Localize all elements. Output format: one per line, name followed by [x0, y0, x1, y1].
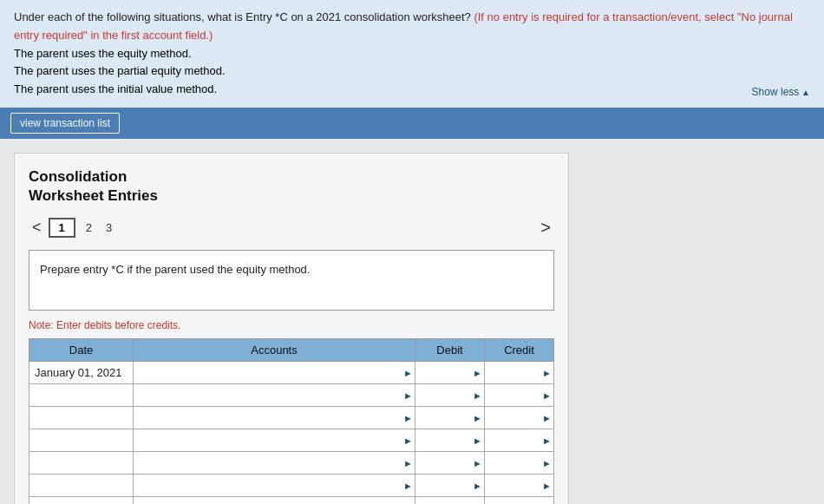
method-line-3: The parent uses the initial value method… [14, 81, 810, 99]
account-arrow-1[interactable]: ► [402, 390, 415, 401]
credit-cell-4[interactable]: ► [485, 452, 554, 475]
date-cell-0: January 01, 2021 [29, 362, 134, 384]
toolbar: view transaction list [0, 108, 824, 139]
worksheet-card: Consolidation Worksheet Entries < 1 2 3 … [14, 153, 569, 504]
credit-cell-2[interactable]: ► [485, 407, 554, 429]
debit-arrow-2[interactable]: ► [471, 413, 484, 423]
account-cell-1[interactable]: ► [134, 384, 415, 407]
debit-arrow-3[interactable]: ► [471, 435, 484, 446]
debit-arrow-5[interactable]: ► [471, 481, 484, 491]
main-container: Consolidation Worksheet Entries < 1 2 3 … [0, 139, 824, 504]
date-cell-1 [29, 384, 134, 407]
entry-table: Date Accounts Debit Credit January 01, 2… [29, 338, 554, 504]
credit-input-4[interactable] [485, 455, 540, 471]
account-input-0[interactable] [134, 364, 402, 381]
date-cell-6 [29, 497, 134, 504]
instruction-text: Prepare entry *C if the parent used the … [40, 263, 310, 276]
date-cell-3 [29, 429, 134, 452]
instruction-box: Prepare entry *C if the parent used the … [29, 250, 554, 311]
credit-cell-0[interactable]: ► [485, 362, 554, 384]
debit-cell-0[interactable]: ► [415, 362, 485, 384]
table-row: ► ► ► [29, 429, 554, 452]
debit-arrow-1[interactable]: ► [471, 390, 484, 401]
credit-input-2[interactable] [485, 409, 540, 426]
credit-arrow-0[interactable]: ► [540, 368, 553, 378]
credit-arrow-2[interactable]: ► [540, 413, 553, 423]
debit-cell-2[interactable]: ► [415, 407, 485, 429]
debit-cell-1[interactable]: ► [415, 384, 485, 407]
date-cell-2 [29, 407, 134, 429]
debit-input-4[interactable] [415, 455, 471, 471]
credit-arrow-5[interactable]: ► [540, 481, 553, 491]
debit-input-3[interactable] [415, 432, 471, 448]
account-cell-6[interactable]: ► [134, 497, 415, 504]
account-cell-0[interactable]: ► [134, 362, 415, 384]
debit-input-6[interactable] [415, 500, 471, 504]
table-row: ► ► ► [29, 475, 554, 497]
view-transaction-button[interactable]: view transaction list [10, 113, 120, 134]
debit-cell-3[interactable]: ► [415, 429, 485, 452]
credit-input-1[interactable] [485, 387, 540, 403]
account-input-6[interactable] [134, 500, 402, 504]
col-header-credit: Credit [485, 339, 554, 362]
account-cell-5[interactable]: ► [134, 475, 415, 497]
card-title-line1: Consolidation [29, 167, 554, 187]
debit-input-1[interactable] [415, 387, 471, 403]
card-title-line2: Worksheet Entries [29, 187, 554, 206]
credit-input-6[interactable] [485, 500, 540, 504]
account-input-1[interactable] [134, 387, 402, 403]
debit-cell-6[interactable]: ► [415, 497, 485, 504]
credit-arrow-3[interactable]: ► [540, 435, 553, 446]
debit-arrow-4[interactable]: ► [471, 458, 484, 468]
question-text: Under each of the following situations, … [14, 9, 810, 45]
prev-page-button[interactable]: < [29, 219, 45, 237]
table-row: ► ► ► [29, 384, 554, 407]
credit-cell-5[interactable]: ► [485, 475, 554, 497]
pagination-row: < 1 2 3 > [29, 218, 554, 238]
account-arrow-3[interactable]: ► [402, 435, 415, 446]
page-2[interactable]: 2 [86, 221, 92, 234]
debit-input-2[interactable] [415, 409, 471, 426]
account-cell-2[interactable]: ► [134, 407, 415, 429]
debit-cell-4[interactable]: ► [415, 452, 485, 475]
debit-arrow-0[interactable]: ► [471, 368, 484, 378]
account-arrow-2[interactable]: ► [402, 413, 415, 423]
credit-cell-6[interactable]: ► [485, 497, 554, 504]
account-arrow-4[interactable]: ► [402, 458, 415, 468]
credit-arrow-4[interactable]: ► [540, 458, 553, 468]
top-banner: Under each of the following situations, … [0, 0, 824, 108]
page-3[interactable]: 3 [106, 221, 112, 234]
account-input-2[interactable] [134, 409, 402, 426]
col-header-debit: Debit [415, 339, 485, 362]
account-input-4[interactable] [134, 455, 402, 471]
account-arrow-5[interactable]: ► [402, 481, 415, 491]
page-1[interactable]: 1 [49, 218, 75, 238]
show-less-link[interactable]: Show less [752, 84, 810, 101]
credit-input-3[interactable] [485, 432, 540, 448]
note-text: Note: Enter debits before credits. [29, 319, 554, 331]
method-line-1: The parent uses the equity method. [14, 45, 810, 63]
card-title: Consolidation Worksheet Entries [29, 167, 554, 206]
date-cell-4 [29, 452, 134, 475]
credit-input-5[interactable] [485, 477, 540, 494]
credit-cell-1[interactable]: ► [485, 384, 554, 407]
debit-cell-5[interactable]: ► [415, 475, 485, 497]
debit-input-5[interactable] [415, 477, 471, 494]
credit-arrow-1[interactable]: ► [540, 390, 553, 401]
date-cell-5 [29, 475, 134, 497]
account-arrow-0[interactable]: ► [402, 368, 415, 378]
account-cell-4[interactable]: ► [134, 452, 415, 475]
method-line-2: The parent uses the partial equity metho… [14, 62, 810, 81]
question-main: Under each of the following situations, … [14, 10, 471, 23]
table-row: January 01, 2021 ► ► [29, 362, 554, 384]
next-page-button[interactable]: > [537, 218, 554, 238]
debit-input-0[interactable] [415, 364, 471, 381]
table-row: ► ► ► [29, 497, 554, 504]
credit-input-0[interactable] [485, 364, 540, 381]
credit-cell-3[interactable]: ► [485, 429, 554, 452]
account-input-3[interactable] [134, 432, 402, 448]
account-cell-3[interactable]: ► [134, 429, 415, 452]
account-input-5[interactable] [134, 477, 402, 494]
col-header-date: Date [29, 339, 134, 362]
table-row: ► ► ► [29, 452, 554, 475]
